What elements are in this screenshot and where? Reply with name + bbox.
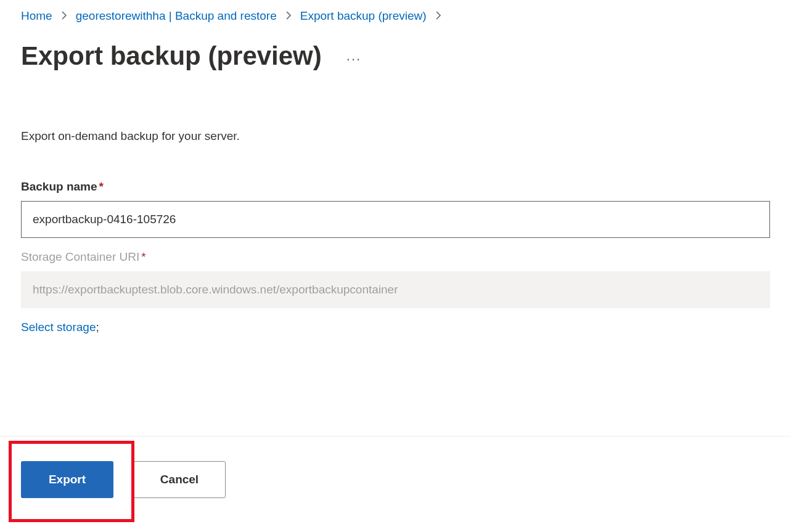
backup-name-input[interactable] — [21, 201, 770, 238]
chevron-right-icon — [285, 11, 292, 22]
breadcrumb-current[interactable]: Export backup (preview) — [300, 9, 427, 23]
backup-name-label: Backup name* — [21, 180, 770, 194]
required-marker: * — [99, 180, 104, 193]
storage-uri-input — [21, 271, 770, 308]
breadcrumb-server[interactable]: georestorewithha | Backup and restore — [76, 9, 277, 23]
breadcrumb-home[interactable]: Home — [21, 9, 52, 23]
page-title: Export backup (preview) — [21, 41, 322, 71]
required-marker: * — [141, 250, 145, 263]
breadcrumb: Home georestorewithha | Backup and resto… — [21, 9, 770, 23]
storage-uri-label: Storage Container URI* — [21, 250, 770, 264]
chevron-right-icon — [61, 11, 67, 22]
select-storage-link[interactable]: Select storage — [21, 321, 96, 334]
chevron-right-icon — [435, 11, 441, 22]
semicolon-text: ; — [96, 321, 99, 334]
export-button[interactable]: Export — [21, 461, 113, 498]
page-description: Export on-demand backup for your server. — [21, 129, 770, 143]
footer-actions: Export Cancel — [0, 436, 791, 523]
cancel-button[interactable]: Cancel — [133, 461, 226, 498]
more-actions-icon[interactable]: ··· — [346, 45, 361, 67]
